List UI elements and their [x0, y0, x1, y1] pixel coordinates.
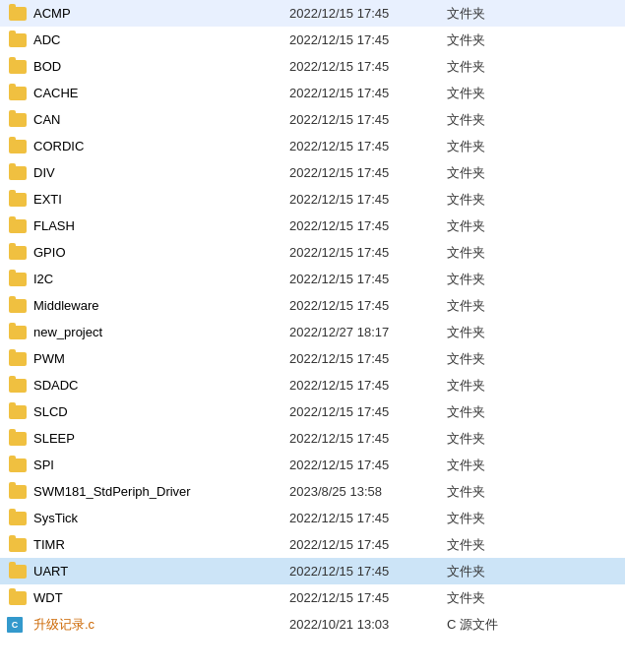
file-date: 2023/8/25 13:58	[289, 484, 447, 499]
file-date: 2022/12/15 17:45	[289, 6, 447, 21]
folder-icon	[8, 349, 28, 369]
file-date: 2022/12/15 17:45	[289, 272, 447, 286]
file-type: 文件夹	[447, 297, 617, 315]
folder-icon	[8, 456, 28, 475]
file-type: 文件夹	[447, 271, 617, 288]
file-name: UART	[33, 564, 289, 579]
file-date: 2022/12/15 17:45	[289, 218, 447, 233]
list-item[interactable]: DIV2022/12/15 17:45文件夹	[0, 159, 625, 186]
list-item[interactable]: EXTI2022/12/15 17:45文件夹	[0, 186, 625, 213]
list-item[interactable]: new_project2022/12/27 18:17文件夹	[0, 319, 625, 345]
file-date: 2022/12/15 17:45	[289, 351, 447, 366]
file-type: 文件夹	[447, 457, 617, 474]
file-name: GPIO	[33, 245, 289, 260]
list-item[interactable]: PWM2022/12/15 17:45文件夹	[0, 345, 625, 372]
file-name: CORDIC	[33, 139, 289, 153]
folder-icon	[8, 163, 28, 183]
file-name: BOD	[33, 59, 289, 74]
file-type: 文件夹	[447, 85, 617, 102]
file-type: 文件夹	[447, 138, 617, 155]
list-item[interactable]: BOD2022/12/15 17:45文件夹	[0, 53, 625, 80]
folder-icon	[8, 296, 28, 316]
list-item[interactable]: SysTick2022/12/15 17:45文件夹	[0, 505, 625, 531]
list-item[interactable]: WDT2022/12/15 17:45文件夹	[0, 584, 625, 611]
file-type: 文件夹	[447, 403, 617, 421]
folder-icon	[8, 402, 28, 422]
file-name: DIV	[33, 165, 289, 180]
folder-icon	[8, 429, 28, 449]
file-type: 文件夹	[447, 244, 617, 262]
file-date: 2022/12/27 18:17	[289, 325, 447, 339]
list-item[interactable]: GPIO2022/12/15 17:45文件夹	[0, 239, 625, 266]
file-list: ACMP2022/12/15 17:45文件夹ADC2022/12/15 17:…	[0, 0, 625, 638]
list-item[interactable]: SLEEP2022/12/15 17:45文件夹	[0, 425, 625, 452]
file-date: 2022/12/15 17:45	[289, 404, 447, 419]
folder-icon	[8, 535, 28, 555]
list-item[interactable]: ADC2022/12/15 17:45文件夹	[0, 27, 625, 53]
folder-icon	[8, 482, 28, 502]
folder-icon	[8, 137, 28, 156]
list-item[interactable]: CORDIC2022/12/15 17:45文件夹	[0, 133, 625, 159]
folder-icon	[8, 216, 28, 236]
file-name: new_project	[33, 325, 289, 339]
file-date: 2022/12/15 17:45	[289, 431, 447, 446]
list-item[interactable]: C升级记录.c2022/10/21 13:03C 源文件	[0, 611, 625, 638]
list-item[interactable]: I2C2022/12/15 17:45文件夹	[0, 266, 625, 292]
file-date: 2022/12/15 17:45	[289, 245, 447, 260]
file-date: 2022/12/15 17:45	[289, 458, 447, 472]
file-type: 文件夹	[447, 5, 617, 23]
file-name: EXTI	[33, 192, 289, 207]
file-date: 2022/12/15 17:45	[289, 59, 447, 74]
list-item[interactable]: SLCD2022/12/15 17:45文件夹	[0, 398, 625, 425]
file-date: 2022/12/15 17:45	[289, 112, 447, 127]
list-item[interactable]: CAN2022/12/15 17:45文件夹	[0, 106, 625, 133]
file-date: 2022/12/15 17:45	[289, 86, 447, 100]
file-name: Middleware	[33, 298, 289, 313]
file-name: SLCD	[33, 404, 289, 419]
file-date: 2022/10/21 13:03	[289, 617, 447, 632]
list-item[interactable]: UART2022/12/15 17:45文件夹	[0, 558, 625, 584]
file-type: 文件夹	[447, 430, 617, 448]
list-item[interactable]: SPI2022/12/15 17:45文件夹	[0, 452, 625, 478]
list-item[interactable]: ACMP2022/12/15 17:45文件夹	[0, 0, 625, 27]
file-name: CAN	[33, 112, 289, 127]
folder-icon	[8, 588, 28, 608]
file-name: SysTick	[33, 511, 289, 525]
file-type: 文件夹	[447, 111, 617, 129]
file-date: 2022/12/15 17:45	[289, 378, 447, 393]
folder-icon	[8, 509, 28, 528]
file-name: I2C	[33, 272, 289, 286]
file-name: FLASH	[33, 218, 289, 233]
list-item[interactable]: Middleware2022/12/15 17:45文件夹	[0, 292, 625, 319]
file-type: 文件夹	[447, 377, 617, 395]
file-name: 升级记录.c	[33, 616, 289, 634]
file-type: C 源文件	[447, 616, 617, 634]
list-item[interactable]: TIMR2022/12/15 17:45文件夹	[0, 531, 625, 558]
file-name: ADC	[33, 32, 289, 47]
folder-icon	[8, 243, 28, 263]
file-name: TIMR	[33, 537, 289, 552]
file-name: SPI	[33, 458, 289, 472]
folder-icon	[8, 84, 28, 103]
file-type: 文件夹	[447, 217, 617, 235]
folder-icon	[8, 190, 28, 210]
file-date: 2022/12/15 17:45	[289, 192, 447, 207]
file-name: SWM181_StdPeriph_Driver	[33, 484, 289, 499]
list-item[interactable]: SDADC2022/12/15 17:45文件夹	[0, 372, 625, 398]
file-type: 文件夹	[447, 324, 617, 341]
file-type: 文件夹	[447, 350, 617, 368]
file-date: 2022/12/15 17:45	[289, 165, 447, 180]
file-name: ACMP	[33, 6, 289, 21]
list-item[interactable]: FLASH2022/12/15 17:45文件夹	[0, 213, 625, 239]
list-item[interactable]: CACHE2022/12/15 17:45文件夹	[0, 80, 625, 106]
file-type: 文件夹	[447, 589, 617, 607]
folder-icon	[8, 270, 28, 289]
file-name: PWM	[33, 351, 289, 366]
folder-icon	[8, 4, 28, 24]
list-item[interactable]: SWM181_StdPeriph_Driver2023/8/25 13:58文件…	[0, 478, 625, 505]
file-type: 文件夹	[447, 164, 617, 182]
file-name: CACHE	[33, 86, 289, 100]
folder-icon	[8, 323, 28, 342]
file-date: 2022/12/15 17:45	[289, 564, 447, 579]
file-date: 2022/12/15 17:45	[289, 32, 447, 47]
